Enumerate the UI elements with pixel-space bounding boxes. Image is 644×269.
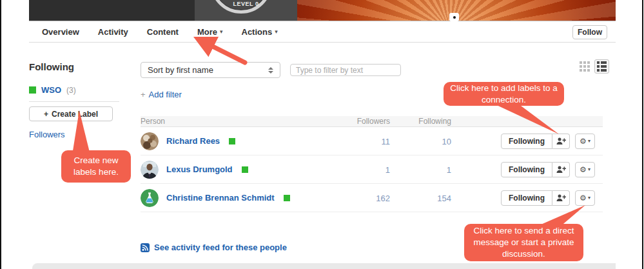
label-color-swatch [29,86,36,94]
chevron-down-icon: ▾ [588,139,590,144]
gear-icon: ⚙ [580,137,587,145]
options-dropdown-button[interactable]: ⚙ ▾ [575,162,595,177]
sidebar-divider [29,101,119,102]
table-row: Christine Brennan Schmidt 162 154 Follow… [141,184,603,212]
person-add-icon [556,166,566,174]
grid-view-icon[interactable] [578,60,591,73]
label-indicator [229,138,235,144]
follow-button[interactable]: Follow [572,25,607,39]
person-name-link[interactable]: Richard Rees [166,136,220,146]
activity-feed-link[interactable]: See activity feed for these people [141,243,287,252]
nav-items: Overview Activity Content More▾ Actions▾ [42,27,278,37]
person-add-icon [556,137,566,145]
page: LEVEL 0 Overview Activity Content More▾ … [0,0,644,269]
label-indicator [242,166,248,173]
page-right-border [642,0,643,269]
label-row-wso[interactable]: WSO (3) [29,85,135,95]
avatar[interactable] [141,161,159,179]
gear-icon: ⚙ [580,166,587,174]
following-count-link[interactable]: 10 [442,137,451,146]
person-name-link[interactable]: Christine Brennan Schmidt [166,193,275,203]
avatar[interactable] [141,189,159,207]
level-badge-label: LEVEL 0 [195,1,297,7]
followers-count-link[interactable]: 162 [376,194,390,203]
following-count-link[interactable]: 1 [447,165,451,175]
page-title: Following [29,61,135,72]
chevron-down-icon: ▾ [275,29,278,35]
label-indicator [284,195,290,201]
avatar[interactable] [141,132,159,150]
following-button[interactable]: Following [501,162,552,177]
person-name-link[interactable]: Lexus Drumgold [166,164,233,174]
tab-more[interactable]: More▾ [197,27,223,37]
list-view-icon[interactable] [594,59,609,74]
filter-text-input[interactable] [290,64,401,76]
tab-activity[interactable]: Activity [98,27,128,37]
view-toggles [578,59,609,74]
chevron-down-icon: ▾ [220,29,223,35]
callout-add-labels: Click here to add labels to a connection… [444,82,564,106]
tab-overview[interactable]: Overview [42,27,79,37]
arrow-to-more-tab [200,40,245,63]
sort-select[interactable]: Sort by first name [141,62,280,78]
add-filter-link[interactable]: + Add filter [141,90,182,99]
profile-nav: Overview Activity Content More▾ Actions▾… [29,21,616,43]
rss-icon [141,243,150,252]
following-count-link[interactable]: 154 [437,194,451,203]
table-header: Person Followers Following [141,116,603,127]
connections-table: Person Followers Following Richard Rees … [141,116,603,212]
sort-select-value: Sort by first name [148,65,213,75]
label-wso-link[interactable]: WSO [41,85,61,95]
plus-icon: + [44,110,48,119]
callout-direct-message: Click here to send a direct message or s… [464,224,583,261]
header-following: Following [390,117,451,126]
person-add-icon [556,194,566,202]
bottom-section-edge [32,263,616,269]
followers-count-link[interactable]: 1 [385,165,390,175]
chevron-down-icon: ▾ [588,167,590,172]
following-button[interactable]: Following [501,134,552,149]
tab-actions[interactable]: Actions▾ [242,27,278,37]
followers-count-link[interactable]: 11 [382,137,391,146]
sidebar: Following WSO (3) + Create Label Followe… [29,61,135,140]
rank-die-icon [449,13,459,21]
add-label-to-connection-button[interactable] [552,190,570,206]
banner-sunburst-image [297,0,616,21]
header-followers: Followers [322,117,390,126]
create-label-button[interactable]: + Create Label [29,106,113,121]
followers-link[interactable]: Followers [29,130,65,139]
plus-icon: + [141,90,146,99]
tab-content[interactable]: Content [147,27,179,37]
table-row: Richard Rees 11 10 Following ⚙ ▾ [141,127,603,155]
table-row: Lexus Drumgold 1 1 Following ⚙ ▾ [141,155,603,184]
callout-create-labels: Create new labels here. [61,150,131,183]
rank-level-panel: LEVEL 0 [195,0,297,21]
page-left-border [0,0,1,269]
profile-banner: LEVEL 0 [29,0,616,21]
chevron-down-icon: ▾ [588,195,590,201]
sort-caret-icon [268,67,273,74]
options-dropdown-button[interactable]: ⚙ ▾ [575,134,595,149]
options-dropdown-button[interactable]: ⚙ ▾ [575,190,595,206]
following-button[interactable]: Following [501,190,552,206]
label-wso-count: (3) [66,86,76,95]
banner-dark-section [29,0,195,21]
header-person: Person [141,117,322,126]
add-label-to-connection-button[interactable] [552,134,570,149]
add-label-to-connection-button[interactable] [552,162,570,177]
gear-icon: ⚙ [580,194,587,202]
